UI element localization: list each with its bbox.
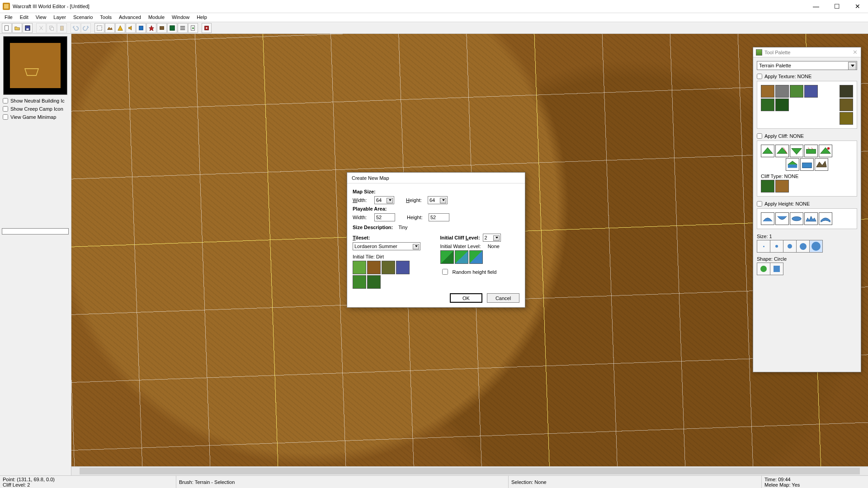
- apply-height-checkbox[interactable]: [757, 201, 762, 206]
- copy-button[interactable]: [47, 23, 57, 33]
- object-editor-button[interactable]: [136, 23, 146, 33]
- test-map-button[interactable]: [202, 23, 212, 33]
- cliff-tool[interactable]: [804, 145, 818, 157]
- menu-view[interactable]: View: [32, 14, 50, 21]
- minimize-button[interactable]: —: [806, 0, 826, 13]
- check-view-minimap[interactable]: View Game Minimap: [3, 113, 68, 121]
- ai-editor-button[interactable]: [167, 23, 177, 33]
- paste-button[interactable]: [57, 23, 67, 33]
- playable-width-field[interactable]: 52: [374, 213, 395, 221]
- texture-swatch[interactable]: [804, 85, 818, 98]
- height-tool[interactable]: [790, 212, 803, 225]
- campaign-editor-button[interactable]: [157, 23, 167, 33]
- menu-advanced[interactable]: Advanced: [115, 14, 145, 21]
- tool-palette: Tool Palette ✕ Terrain Palette Apply Tex…: [753, 47, 861, 372]
- random-height-checkbox[interactable]: [442, 269, 448, 275]
- boundary-swatch[interactable]: [840, 99, 853, 111]
- apply-texture-checkbox[interactable]: [757, 74, 762, 79]
- cliff-tool[interactable]: [786, 158, 799, 171]
- tileset-dropdown[interactable]: Lordaeron Summer: [353, 242, 420, 250]
- tile-swatch[interactable]: [367, 275, 381, 289]
- texture-swatch[interactable]: [761, 99, 774, 111]
- minimap-camera-icon: [23, 68, 41, 76]
- brush-size-2[interactable]: [770, 240, 783, 253]
- height-tool[interactable]: [804, 212, 818, 225]
- tile-swatch[interactable]: [382, 261, 395, 274]
- save-button[interactable]: [23, 23, 33, 33]
- terrain-editor-button[interactable]: [105, 23, 115, 33]
- unit-editor-button[interactable]: [115, 23, 125, 33]
- trigger-editor-button[interactable]: [146, 23, 156, 33]
- scrollbar-thumb[interactable]: [80, 468, 860, 474]
- tile-swatch[interactable]: [367, 261, 381, 274]
- apply-cliff-checkbox[interactable]: [757, 133, 762, 139]
- playable-width-label: Width:: [353, 215, 372, 220]
- cliff-tool[interactable]: [761, 145, 774, 157]
- open-button[interactable]: [12, 23, 22, 33]
- sidebar-list[interactable]: [2, 228, 69, 235]
- palette-close-button[interactable]: ✕: [852, 49, 858, 56]
- height-tool[interactable]: [761, 212, 774, 225]
- map-height-dropdown[interactable]: 64: [428, 196, 448, 204]
- boundary-swatch[interactable]: [840, 112, 853, 125]
- brush-shape-circle[interactable]: [757, 263, 770, 275]
- brush-shape-label: Shape: Circle: [757, 256, 857, 262]
- tile-swatch[interactable]: [353, 261, 366, 274]
- ok-button[interactable]: OK: [450, 293, 482, 303]
- menu-file[interactable]: File: [1, 14, 16, 21]
- height-tool[interactable]: [819, 212, 832, 225]
- tile-swatch[interactable]: [353, 275, 366, 289]
- object-manager-button[interactable]: [178, 23, 188, 33]
- brush-size-5[interactable]: [809, 240, 823, 253]
- check-show-creep[interactable]: Show Creep Camp Icon: [3, 105, 68, 113]
- brush-size-3[interactable]: [783, 240, 797, 253]
- texture-swatch[interactable]: [775, 99, 789, 111]
- initial-cliff-level-dropdown[interactable]: 2: [483, 234, 501, 242]
- select-tool-button[interactable]: [94, 23, 104, 33]
- maximize-button[interactable]: ☐: [826, 0, 847, 13]
- brush-shape-square[interactable]: [770, 263, 783, 275]
- new-button[interactable]: [2, 23, 12, 33]
- palette-type-dropdown[interactable]: Terrain Palette: [757, 61, 857, 70]
- menu-help[interactable]: Help: [193, 14, 211, 21]
- cliff-tool[interactable]: [815, 158, 828, 171]
- dialog-title: Create New Map: [347, 173, 525, 183]
- texture-swatch[interactable]: [775, 85, 789, 98]
- cliff-tool[interactable]: [775, 145, 789, 157]
- check-show-neutral[interactable]: Show Neutral Building Ic: [3, 97, 68, 105]
- sound-editor-button[interactable]: [126, 23, 136, 33]
- cliff-tool[interactable]: [819, 145, 832, 157]
- cancel-button[interactable]: Cancel: [487, 293, 519, 303]
- water-swatch[interactable]: [440, 250, 454, 264]
- playable-height-field[interactable]: 52: [429, 213, 449, 221]
- clifftype-swatch[interactable]: [775, 180, 789, 192]
- tile-swatch[interactable]: [396, 261, 410, 274]
- cut-button[interactable]: [36, 23, 46, 33]
- texture-swatch[interactable]: [761, 85, 774, 98]
- menu-window[interactable]: Window: [168, 14, 193, 21]
- import-manager-button[interactable]: [188, 23, 198, 33]
- cliff-tool[interactable]: [790, 145, 803, 157]
- menu-scenario[interactable]: Scenario: [70, 14, 96, 21]
- map-width-dropdown[interactable]: 64: [374, 196, 394, 204]
- brush-size-4[interactable]: [796, 240, 810, 253]
- cliff-tool[interactable]: [800, 158, 814, 171]
- palette-title: Tool Palette: [764, 50, 790, 55]
- boundary-swatch[interactable]: [840, 85, 853, 98]
- undo-button[interactable]: [71, 23, 80, 33]
- titlebar: Warcraft III World Editor - [Untitled] —…: [0, 0, 868, 13]
- menu-module[interactable]: Module: [145, 14, 168, 21]
- clifftype-swatch[interactable]: [761, 180, 774, 192]
- minimap[interactable]: [3, 36, 67, 95]
- water-swatch[interactable]: [469, 250, 483, 264]
- redo-button[interactable]: [81, 23, 91, 33]
- menu-layer[interactable]: Layer: [50, 14, 70, 21]
- texture-swatch[interactable]: [790, 85, 803, 98]
- height-tool[interactable]: [775, 212, 789, 225]
- brush-size-1[interactable]: [757, 240, 770, 253]
- water-swatch[interactable]: [455, 250, 468, 264]
- menu-edit[interactable]: Edit: [16, 14, 32, 21]
- close-button[interactable]: ✕: [847, 0, 868, 13]
- menu-tools[interactable]: Tools: [96, 14, 115, 21]
- horizontal-scrollbar[interactable]: [71, 466, 868, 475]
